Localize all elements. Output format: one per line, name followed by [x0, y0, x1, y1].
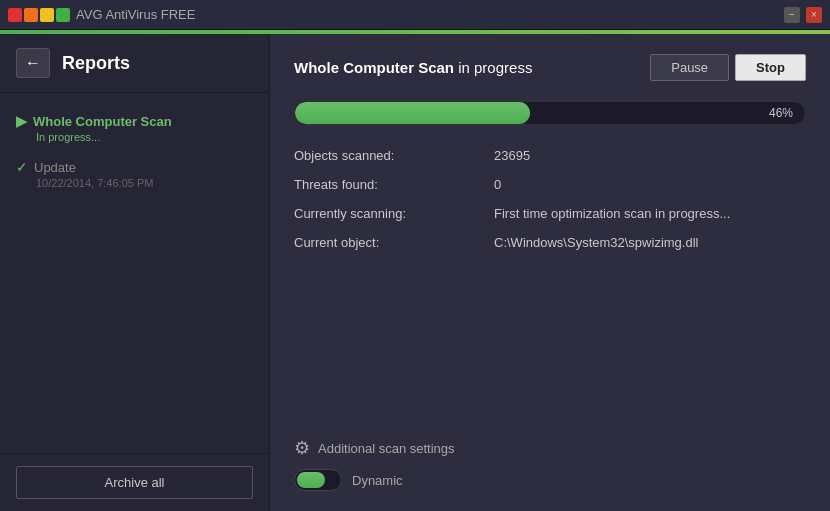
app-name-suffix: AntiVirus FREE	[103, 7, 196, 22]
progress-container: 46%	[294, 101, 806, 125]
logo-block-yellow	[40, 8, 54, 22]
title-bar-left: AVG AntiVirus FREE	[8, 7, 195, 22]
stat-label-0: Objects scanned:	[294, 145, 494, 166]
progress-bar	[295, 102, 530, 124]
stat-label-2: Currently scanning:	[294, 203, 494, 224]
sidebar: ← Reports ▶ Whole Computer Scan In progr…	[0, 34, 270, 511]
sidebar-items: ▶ Whole Computer Scan In progress... ✓ U…	[0, 93, 269, 453]
avg-logo	[8, 8, 70, 22]
additional-settings-row: ⚙ Additional scan settings	[294, 427, 806, 459]
sidebar-item-title-wcs: ▶ Whole Computer Scan	[16, 113, 253, 129]
close-button[interactable]: ×	[806, 7, 822, 23]
sidebar-item-update[interactable]: ✓ Update 10/22/2014, 7:46:05 PM	[0, 151, 269, 197]
scan-title: Whole Computer Scan in progress	[294, 59, 532, 76]
toggle-row: Dynamic	[294, 469, 806, 491]
pause-button[interactable]: Pause	[650, 54, 729, 81]
toggle-inner	[297, 472, 325, 488]
sidebar-item-whole-computer-scan[interactable]: ▶ Whole Computer Scan In progress...	[0, 105, 269, 151]
sidebar-header: ← Reports	[0, 34, 269, 93]
stat-label-3: Current object:	[294, 232, 494, 253]
title-bar: AVG AntiVirus FREE − ×	[0, 0, 830, 30]
scan-buttons: Pause Stop	[650, 54, 806, 81]
update-label: Update	[34, 160, 76, 175]
stat-value-3: C:\Windows\System32\spwizimg.dll	[494, 232, 806, 253]
stat-value-1: 0	[494, 174, 806, 195]
logo-block-red	[8, 8, 22, 22]
wcs-label: Whole Computer Scan	[33, 114, 172, 129]
scan-header: Whole Computer Scan in progress Pause St…	[294, 54, 806, 81]
window-controls: − ×	[784, 7, 822, 23]
stat-value-2: First time optimization scan in progress…	[494, 203, 806, 224]
stat-label-1: Threats found:	[294, 174, 494, 195]
check-circle-icon: ✓	[16, 159, 28, 175]
additional-settings-label[interactable]: Additional scan settings	[318, 441, 455, 456]
logo-block-orange	[24, 8, 38, 22]
minimize-button[interactable]: −	[784, 7, 800, 23]
stop-button[interactable]: Stop	[735, 54, 806, 81]
app-body: ← Reports ▶ Whole Computer Scan In progr…	[0, 34, 830, 511]
scan-title-text: Whole Computer Scan	[294, 59, 454, 76]
progress-label: 46%	[769, 106, 793, 120]
sidebar-title: Reports	[62, 53, 130, 74]
toggle-label: Dynamic	[352, 473, 403, 488]
gear-icon: ⚙	[294, 437, 310, 459]
scan-status-label: in progress	[454, 59, 532, 76]
logo-block-green	[56, 8, 70, 22]
wcs-status: In progress...	[36, 131, 253, 143]
back-button[interactable]: ←	[16, 48, 50, 78]
stats-grid: Objects scanned: 23695 Threats found: 0 …	[294, 145, 806, 253]
sidebar-footer: Archive all	[0, 453, 269, 511]
stat-value-0: 23695	[494, 145, 806, 166]
archive-all-button[interactable]: Archive all	[16, 466, 253, 499]
update-date: 10/22/2014, 7:46:05 PM	[36, 177, 253, 189]
app-name-bold: AVG	[76, 7, 103, 22]
sidebar-item-title-update: ✓ Update	[16, 159, 253, 175]
dynamic-toggle[interactable]	[294, 469, 342, 491]
play-circle-icon: ▶	[16, 113, 27, 129]
main-content: Whole Computer Scan in progress Pause St…	[270, 34, 830, 511]
app-title: AVG AntiVirus FREE	[76, 7, 195, 22]
